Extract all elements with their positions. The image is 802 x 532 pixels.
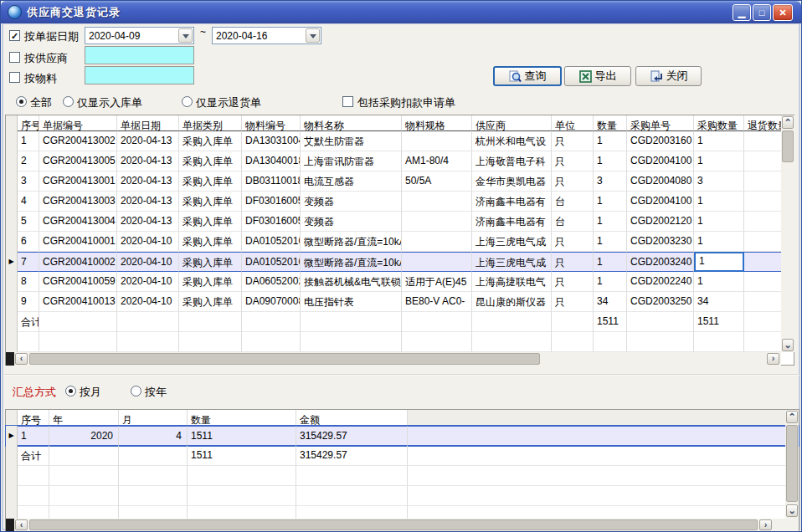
column-header[interactable]: 单据类别 xyxy=(179,115,242,131)
table-row[interactable]: ▶7CGR2004100022020-04-10采购入库单DA01052010微… xyxy=(6,252,794,272)
cell[interactable]: 上海高捷联电气 xyxy=(472,272,552,292)
column-header[interactable]: 物料名称 xyxy=(301,115,402,131)
cell[interactable]: 2020-04-10 xyxy=(117,292,179,312)
export-button[interactable]: 导出 xyxy=(564,66,631,86)
cell[interactable]: 适用于A(E)45 xyxy=(402,272,472,292)
table-row[interactable]: 3CGR2004130012020-04-13采购入库单DB03110018电流… xyxy=(6,171,794,192)
cell[interactable]: 3 xyxy=(694,171,744,192)
table-row[interactable]: ▶1202041511315429.57 xyxy=(6,426,799,446)
cell[interactable] xyxy=(627,312,694,332)
cell[interactable] xyxy=(744,332,782,352)
cell[interactable]: 5 xyxy=(18,212,39,232)
cell[interactable]: 济南鑫丰电器有 xyxy=(472,212,552,232)
radio-by-month[interactable] xyxy=(65,386,76,396)
cell[interactable]: 4 xyxy=(18,192,39,212)
cell[interactable]: 34 xyxy=(694,292,744,312)
cell[interactable]: 采购入库单 xyxy=(179,131,242,151)
cell[interactable] xyxy=(744,232,782,252)
cell[interactable] xyxy=(18,506,49,519)
cell[interactable]: 1 xyxy=(694,212,744,232)
minimize-button[interactable]: ▁ xyxy=(733,4,751,21)
cell[interactable]: 只 xyxy=(552,252,594,272)
cell[interactable]: CGR200413005 xyxy=(39,151,117,171)
cell[interactable] xyxy=(242,312,301,332)
cell[interactable]: CGD2004100 xyxy=(627,151,694,171)
cell[interactable]: CGD2003160 xyxy=(627,131,694,151)
cell[interactable] xyxy=(402,192,472,212)
cell[interactable]: 1511 xyxy=(694,312,744,332)
cell[interactable]: 1 xyxy=(594,252,627,272)
cell[interactable]: 采购入库单 xyxy=(179,232,242,252)
cell[interactable] xyxy=(242,332,301,352)
cell[interactable]: CGR200413001 xyxy=(39,171,117,192)
cell[interactable] xyxy=(117,312,179,332)
vertical-scroll-thumb[interactable] xyxy=(786,425,798,502)
cell[interactable] xyxy=(49,446,119,466)
cell[interactable]: 采购入库单 xyxy=(179,171,242,192)
total-row[interactable]: 合计1511315429.57 xyxy=(6,446,799,466)
cell[interactable] xyxy=(119,466,188,486)
cell[interactable] xyxy=(188,486,296,506)
cell[interactable] xyxy=(119,506,188,519)
column-header[interactable]: 年 xyxy=(49,410,119,426)
cell[interactable]: 6 xyxy=(18,232,39,252)
cell[interactable] xyxy=(18,466,49,486)
cell[interactable]: 上海敬普电子科 xyxy=(472,151,552,171)
cell[interactable]: 上海三虎电气成 xyxy=(472,232,552,252)
table-row[interactable]: 2CGR2004130052020-04-13采购入库单DA13040018上海… xyxy=(6,151,794,171)
close-form-button[interactable]: 关闭 xyxy=(635,66,702,86)
cell[interactable]: 1 xyxy=(594,232,627,252)
cell[interactable]: CGR200410059 xyxy=(39,272,117,292)
cell[interactable]: 1 xyxy=(18,426,49,446)
scroll-left-icon[interactable]: ‹ xyxy=(15,519,28,530)
cell[interactable] xyxy=(296,506,408,519)
table-row[interactable]: 9CGR2004100132020-04-10采购入库单DA09070008电压… xyxy=(6,292,794,312)
cell[interactable]: DA01052010 xyxy=(242,252,301,272)
cell[interactable]: 采购入库单 xyxy=(179,292,242,312)
cell[interactable]: 只 xyxy=(552,272,594,292)
cell[interactable] xyxy=(301,312,402,332)
cell[interactable] xyxy=(552,332,594,352)
cell[interactable] xyxy=(744,252,782,272)
cell[interactable] xyxy=(49,466,119,486)
cell[interactable]: BE80-V AC0- xyxy=(402,292,472,312)
cell[interactable]: 微型断路器/直流=10kA xyxy=(301,232,402,252)
cell[interactable]: 采购入库单 xyxy=(179,212,242,232)
cell[interactable]: 2020-04-13 xyxy=(117,192,179,212)
cell[interactable] xyxy=(408,506,787,519)
cell[interactable] xyxy=(402,232,472,252)
cell[interactable]: 上海三虎电气成 xyxy=(472,252,552,272)
cell[interactable]: 1511 xyxy=(594,312,627,332)
cell[interactable] xyxy=(179,332,242,352)
cell[interactable] xyxy=(408,486,787,506)
cell[interactable]: 9 xyxy=(18,292,39,312)
cell[interactable]: AM1-80/4 xyxy=(402,151,472,171)
cell[interactable] xyxy=(694,332,744,352)
by-date-checkbox[interactable]: ✓ xyxy=(9,30,20,41)
cell[interactable]: 只 xyxy=(552,131,594,151)
cell[interactable]: 1511 xyxy=(188,446,296,466)
cell[interactable]: DF03016005 xyxy=(242,192,301,212)
cell[interactable]: 1 xyxy=(594,272,627,292)
cell[interactable]: 2020-04-13 xyxy=(117,151,179,171)
cell[interactable] xyxy=(744,131,782,151)
material-input[interactable] xyxy=(85,66,194,84)
cell[interactable] xyxy=(39,332,117,352)
cell[interactable]: 2 xyxy=(18,151,39,171)
column-header[interactable]: 序号 xyxy=(18,115,39,131)
cell[interactable]: 台 xyxy=(552,212,594,232)
column-header[interactable]: 数量 xyxy=(188,410,296,426)
by-supplier-checkbox[interactable] xyxy=(9,52,20,63)
cell[interactable]: CGD2003240 xyxy=(627,252,694,272)
table-row[interactable] xyxy=(6,466,799,486)
close-button[interactable]: ✕ xyxy=(773,4,793,21)
by-material-checkbox[interactable] xyxy=(9,72,20,83)
cell[interactable]: 采购入库单 xyxy=(179,252,242,272)
cell[interactable] xyxy=(119,486,188,506)
cell[interactable] xyxy=(594,332,627,352)
cell[interactable]: CGR200413002 xyxy=(39,131,117,151)
cell[interactable] xyxy=(744,171,782,192)
column-header[interactable]: 单据日期 xyxy=(117,115,179,131)
column-header[interactable]: 供应商 xyxy=(472,115,552,131)
column-header[interactable]: 物料编号 xyxy=(242,115,301,131)
